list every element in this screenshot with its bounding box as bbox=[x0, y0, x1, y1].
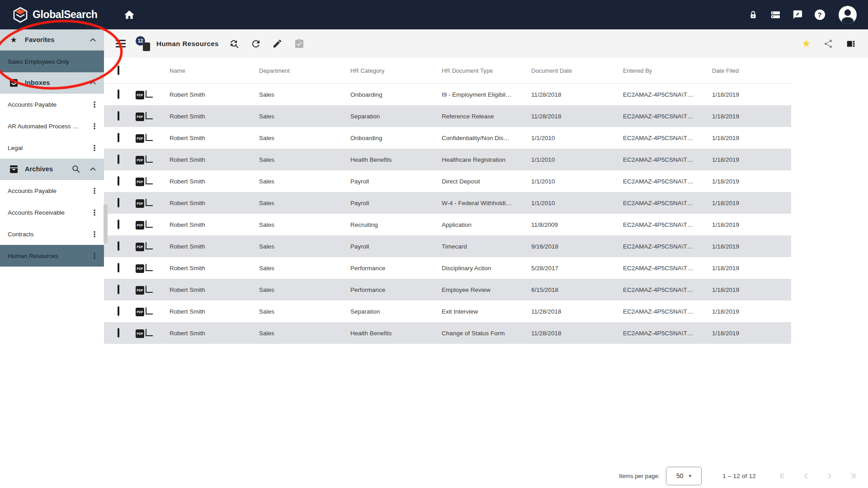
table-row[interactable]: PDF Robert Smith Sales Performance Disci… bbox=[104, 257, 791, 279]
kebab-menu-icon[interactable]: ⋮ bbox=[90, 144, 99, 152]
page-size-select[interactable]: 50 ▾ bbox=[666, 467, 702, 485]
edit-button[interactable] bbox=[272, 38, 283, 49]
archives-section-header[interactable]: Archives bbox=[0, 159, 104, 180]
page-range-label: 1 – 12 of 12 bbox=[722, 473, 756, 479]
next-page-button[interactable] bbox=[825, 471, 835, 481]
favorite-star-button[interactable]: ★ bbox=[802, 38, 811, 49]
table-row[interactable]: PDF Robert Smith Sales Separation Exit I… bbox=[104, 300, 791, 322]
sidebar-item-archive-human-resources[interactable]: Human Resources ⋮ bbox=[0, 245, 104, 267]
home-button[interactable] bbox=[123, 9, 135, 21]
chevron-left-icon bbox=[802, 471, 811, 480]
cell-entered-by: EC2AMAZ-4P5CSNA\T… bbox=[623, 178, 712, 185]
view-toggle-button[interactable] bbox=[845, 38, 856, 49]
column-header-date-filed[interactable]: Date Filed bbox=[712, 67, 791, 74]
row-checkbox[interactable] bbox=[118, 306, 119, 316]
row-checkbox[interactable] bbox=[118, 89, 119, 99]
row-checkbox[interactable] bbox=[118, 328, 119, 338]
globalsearch-logo-icon bbox=[12, 6, 29, 23]
table-row[interactable]: PDF Robert Smith Sales Recruiting Applic… bbox=[104, 214, 791, 235]
cell-department: Sales bbox=[259, 221, 350, 228]
tasks-button[interactable] bbox=[294, 38, 305, 49]
table-row[interactable]: PDF Robert Smith Sales Separation Refere… bbox=[104, 105, 791, 127]
refresh-button[interactable] bbox=[250, 38, 261, 49]
result-count-button[interactable]: 12 bbox=[136, 36, 151, 52]
kebab-menu-icon[interactable]: ⋮ bbox=[90, 187, 99, 195]
row-checkbox[interactable] bbox=[118, 133, 119, 142]
user-avatar[interactable] bbox=[838, 5, 857, 24]
archive-search-button[interactable] bbox=[72, 165, 80, 173]
select-all-checkbox[interactable] bbox=[118, 66, 119, 75]
row-checkbox[interactable] bbox=[118, 241, 119, 251]
sidebar-item-label: Sales Employees Only bbox=[8, 58, 99, 65]
table-row[interactable]: PDF Robert Smith Sales Performance Emplo… bbox=[104, 279, 791, 300]
sidebar-item-label: Legal bbox=[8, 145, 90, 151]
storage-icon bbox=[770, 9, 781, 20]
table-row[interactable]: PDF Robert Smith Sales Payroll Timecard … bbox=[104, 235, 791, 257]
cell-date-filed: 1/18/2019 bbox=[712, 265, 791, 272]
archive-toolbar: 12 Human Resources bbox=[104, 29, 868, 58]
table-row[interactable]: PDF Robert Smith Sales Onboarding Confid… bbox=[104, 127, 791, 149]
row-checkbox[interactable] bbox=[118, 220, 119, 229]
sidebar-item-archive-accounts-payable[interactable]: Accounts Payable ⋮ bbox=[0, 180, 104, 202]
table-row[interactable]: PDF Robert Smith Sales Payroll Direct De… bbox=[104, 170, 791, 192]
sidebar: ★ Favorites Sales Employees Only Inboxes… bbox=[0, 29, 104, 488]
kebab-menu-icon[interactable]: ⋮ bbox=[90, 252, 99, 260]
cell-hr-document-type: Confidentiality/Non Dis… bbox=[442, 135, 531, 141]
sidebar-item-inbox-legal[interactable]: Legal ⋮ bbox=[0, 137, 104, 159]
kebab-menu-icon[interactable]: ⋮ bbox=[90, 230, 99, 238]
column-header-hr-document-type[interactable]: HR Document Type bbox=[442, 67, 531, 74]
toolbar-right-actions: ★ bbox=[802, 38, 856, 49]
column-header-name[interactable]: Name bbox=[170, 67, 259, 74]
pdf-icon-label: PDF bbox=[136, 308, 144, 316]
table-row[interactable]: PDF Robert Smith Sales Health Benefits H… bbox=[104, 149, 791, 170]
cell-department: Sales bbox=[259, 178, 350, 185]
column-header-department[interactable]: Department bbox=[259, 67, 350, 74]
sidebar-item-sales-employees-only[interactable]: Sales Employees Only bbox=[0, 51, 104, 72]
row-checkbox[interactable] bbox=[118, 263, 119, 272]
sidebar-item-inbox-accounts-payable[interactable]: Accounts Payable ⋮ bbox=[0, 94, 104, 115]
sidebar-scrollbar[interactable] bbox=[104, 204, 108, 244]
cell-department: Sales bbox=[259, 200, 350, 206]
pencil-icon bbox=[272, 38, 283, 49]
kebab-menu-icon[interactable]: ⋮ bbox=[90, 122, 99, 130]
last-page-button[interactable] bbox=[848, 471, 858, 481]
previous-page-button[interactable] bbox=[801, 471, 811, 481]
share-button[interactable] bbox=[823, 38, 834, 49]
column-header-entered-by[interactable]: Entered By bbox=[623, 67, 712, 74]
pagination: Items per page: 50 ▾ 1 – 12 of 12 bbox=[619, 465, 858, 486]
sidebar-item-inbox-ar-automated-process[interactable]: AR Automated Process … ⋮ bbox=[0, 115, 104, 137]
kebab-menu-icon[interactable]: ⋮ bbox=[90, 209, 99, 216]
inboxes-section-header[interactable]: Inboxes bbox=[0, 72, 104, 94]
sidebar-item-archive-contracts[interactable]: Contracts ⋮ bbox=[0, 223, 104, 245]
cell-hr-category: Payroll bbox=[350, 243, 442, 250]
cell-date-filed: 1/18/2019 bbox=[712, 286, 791, 293]
star-glyph: ★ bbox=[10, 36, 17, 44]
favorites-section-header[interactable]: ★ Favorites bbox=[0, 29, 104, 51]
row-checkbox[interactable] bbox=[118, 198, 119, 207]
row-checkbox[interactable] bbox=[118, 285, 119, 294]
main-content: 12 Human Resources bbox=[104, 29, 868, 488]
column-header-hr-category[interactable]: HR Category bbox=[350, 67, 442, 74]
search-again-button[interactable] bbox=[229, 38, 240, 49]
sidebar-item-archive-accounts-receivable[interactable]: Accounts Receivable ⋮ bbox=[0, 202, 104, 223]
table-row[interactable]: PDF Robert Smith Sales Health Benefits C… bbox=[104, 322, 791, 344]
first-page-button[interactable] bbox=[778, 471, 788, 481]
cell-entered-by: EC2AMAZ-4P5CSNA\T… bbox=[623, 200, 712, 206]
cell-hr-document-type: Reference Release bbox=[442, 113, 531, 120]
caret-down-icon: ▾ bbox=[689, 473, 692, 479]
sidebar-item-label: Human Resources bbox=[8, 253, 90, 259]
table-row[interactable]: PDF Robert Smith Sales Payroll W-4 - Fed… bbox=[104, 192, 791, 214]
column-header-document-date[interactable]: Document Date bbox=[531, 67, 623, 74]
menu-button[interactable] bbox=[116, 40, 126, 47]
lock-button[interactable] bbox=[748, 9, 759, 20]
queues-button[interactable] bbox=[770, 9, 781, 20]
help-button[interactable]: ? bbox=[814, 9, 825, 20]
help-glyph: ? bbox=[817, 11, 821, 19]
table-row[interactable]: PDF Robert Smith Sales Onboarding I9 - E… bbox=[104, 84, 791, 105]
row-checkbox[interactable] bbox=[118, 176, 119, 186]
row-checkbox[interactable] bbox=[118, 111, 119, 121]
row-checkbox[interactable] bbox=[118, 155, 119, 164]
toolbar-actions bbox=[229, 38, 305, 49]
feedback-button[interactable] bbox=[792, 9, 803, 20]
kebab-menu-icon[interactable]: ⋮ bbox=[90, 101, 99, 108]
